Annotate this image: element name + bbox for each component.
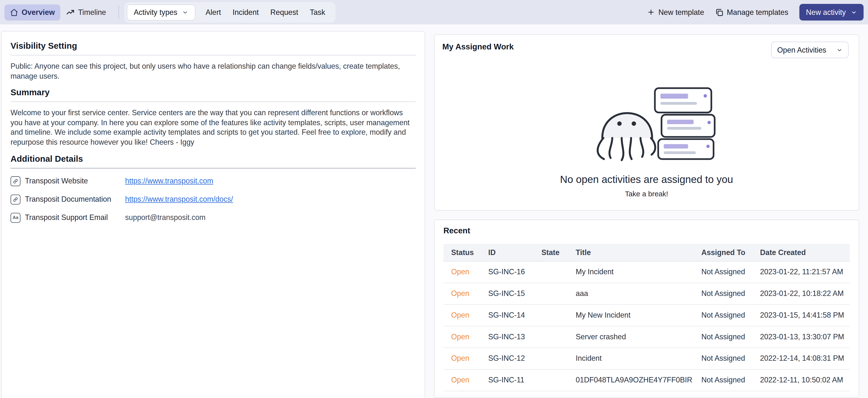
transposit-website-link[interactable]: https://www.transposit.com [125, 177, 213, 185]
link-icon [10, 194, 21, 204]
my-assigned-work-title: My Assigned Work [442, 42, 514, 51]
status-open-link[interactable]: Open [451, 354, 469, 363]
activity-type-group: Activity types Alert Incident Request Ta… [124, 2, 336, 22]
empty-state-subtitle: Take a break! [434, 190, 859, 198]
cell-date-created: 2022-12-14, 14:08:31 PM [753, 348, 850, 369]
manage-templates-label: Manage templates [727, 8, 788, 16]
table-row[interactable]: Open SG-INC-14 My New Incident Not Assig… [443, 304, 850, 326]
activity-types-dropdown[interactable]: Activity types [126, 4, 195, 20]
table-row[interactable]: Open SG-INC-13 Server crashed Not Assign… [443, 326, 850, 348]
cell-date-created: 2023-01-22, 10:18:22 AM [753, 283, 850, 305]
status-open-link[interactable]: Open [451, 311, 469, 319]
empty-state: No open activities are assigned to you T… [434, 84, 859, 198]
cell-id: SG-INC-11 [481, 369, 534, 391]
cell-id: SG-INC-15 [481, 283, 534, 305]
col-title: Title [568, 244, 694, 261]
new-activity-label: New activity [806, 8, 846, 16]
divider [10, 102, 416, 102]
divider [10, 168, 416, 168]
status-open-link[interactable]: Open [451, 268, 469, 276]
detail-label: Transposit Website [25, 177, 125, 185]
new-activity-button[interactable]: New activity [799, 4, 864, 21]
toolbar: Overview Timeline Activity types Alert I… [0, 0, 868, 24]
my-assigned-work-panel: My Assigned Work Open Activities [434, 34, 859, 211]
cell-assigned-to: Not Assigned [694, 304, 753, 326]
cell-state [534, 326, 568, 348]
cell-date-created: 2023-01-13, 13:30:07 PM [753, 326, 850, 348]
status-open-link[interactable]: Open [451, 289, 469, 297]
col-id: ID [481, 244, 534, 261]
cell-state [534, 261, 568, 283]
cell-title: aaa [568, 283, 694, 305]
table-row[interactable]: Open SG-INC-15 aaa Not Assigned 2023-01-… [443, 283, 850, 305]
toolbar-divider [118, 6, 119, 19]
col-status: Status [443, 244, 481, 261]
project-overview-panel: Visibility Setting Public: Anyone can se… [1, 31, 425, 398]
app-window: Overview Timeline Activity types Alert I… [0, 0, 868, 398]
tab-request[interactable]: Request [269, 8, 300, 16]
text-icon: Aa [10, 212, 21, 223]
col-assigned-to: Assigned To [694, 244, 753, 261]
cell-assigned-to: Not Assigned [694, 326, 753, 348]
tab-alert[interactable]: Alert [204, 8, 223, 16]
cell-title: Server crashed [568, 326, 694, 348]
additional-details-title: Additional Details [10, 154, 416, 164]
home-icon [10, 8, 18, 16]
activities-filter-dropdown[interactable]: Open Activities [771, 41, 849, 58]
tab-task[interactable]: Task [308, 8, 327, 16]
new-template-button[interactable]: New template [647, 8, 704, 16]
cell-assigned-to: Not Assigned [694, 369, 753, 391]
cell-assigned-to: Not Assigned [694, 348, 753, 369]
additional-details-list: Transposit Website https://www.transposi… [10, 176, 416, 223]
toolbar-right: New template Manage templates New activi… [647, 4, 864, 21]
tab-timeline[interactable]: Timeline [60, 4, 112, 20]
detail-row: Transposit Documentation https://www.tra… [10, 194, 416, 204]
table-row[interactable]: Open SG-INC-12 Incident Not Assigned 202… [443, 348, 850, 369]
cell-title: My Incident [568, 261, 694, 283]
cell-title: My New Incident [568, 304, 694, 326]
manage-templates-button[interactable]: Manage templates [715, 8, 788, 16]
tab-overview[interactable]: Overview [4, 4, 60, 20]
toolbar-left: Overview Timeline Activity types Alert I… [4, 2, 336, 22]
plus-icon [647, 8, 655, 16]
recent-title: Recent [443, 226, 850, 235]
chevron-down-icon [182, 9, 188, 15]
cell-id: SG-INC-12 [481, 348, 534, 369]
status-open-link[interactable]: Open [451, 376, 469, 384]
cell-state [534, 348, 568, 369]
cell-assigned-to: Not Assigned [694, 283, 753, 305]
activity-types-label: Activity types [134, 8, 177, 16]
visibility-setting-text: Public: Anyone can see this project, but… [10, 62, 416, 81]
activities-filter-value: Open Activities [777, 46, 827, 54]
col-state: State [534, 244, 568, 261]
chevron-down-icon [851, 9, 857, 15]
cell-state [534, 304, 568, 326]
summary-text: Welcome to your first service center. Se… [10, 108, 416, 147]
visibility-setting-title: Visibility Setting [10, 41, 416, 51]
table-header-row: Status ID State Title Assigned To Date C… [443, 244, 850, 261]
transposit-docs-link[interactable]: https://www.transposit.com/docs/ [125, 195, 233, 203]
detail-label: Transposit Documentation [25, 195, 125, 203]
summary-title: Summary [10, 88, 416, 98]
cell-title: Incident [568, 348, 694, 369]
templates-icon [715, 8, 723, 16]
cell-date-created: 2023-01-15, 14:41:58 PM [753, 304, 850, 326]
tab-overview-label: Overview [22, 8, 55, 16]
table-row[interactable]: Open SG-INC-16 My Incident Not Assigned … [443, 261, 850, 283]
right-column: My Assigned Work Open Activities [434, 34, 859, 398]
octopus-illustration [577, 84, 716, 167]
cell-date-created: 2022-12-11, 10:50:02 AM [753, 369, 850, 391]
cell-state [534, 369, 568, 391]
cell-title: 01DF048TLA9A9OZHE4Y7FF0BIR [568, 369, 694, 391]
table-row[interactable]: Open SG-INC-11 01DF048TLA9A9OZHE4Y7FF0BI… [443, 369, 850, 391]
recent-table: Status ID State Title Assigned To Date C… [443, 244, 850, 391]
detail-row: Transposit Website https://www.transposi… [10, 176, 416, 186]
new-template-label: New template [658, 8, 704, 16]
main-content: Visibility Setting Public: Anyone can se… [0, 24, 868, 398]
tab-incident[interactable]: Incident [231, 8, 260, 16]
status-open-link[interactable]: Open [451, 333, 469, 341]
cell-assigned-to: Not Assigned [694, 261, 753, 283]
recent-panel: Recent Status ID State Title Assigned To [434, 220, 859, 398]
cell-state [534, 283, 568, 305]
cell-id: SG-INC-16 [481, 261, 534, 283]
